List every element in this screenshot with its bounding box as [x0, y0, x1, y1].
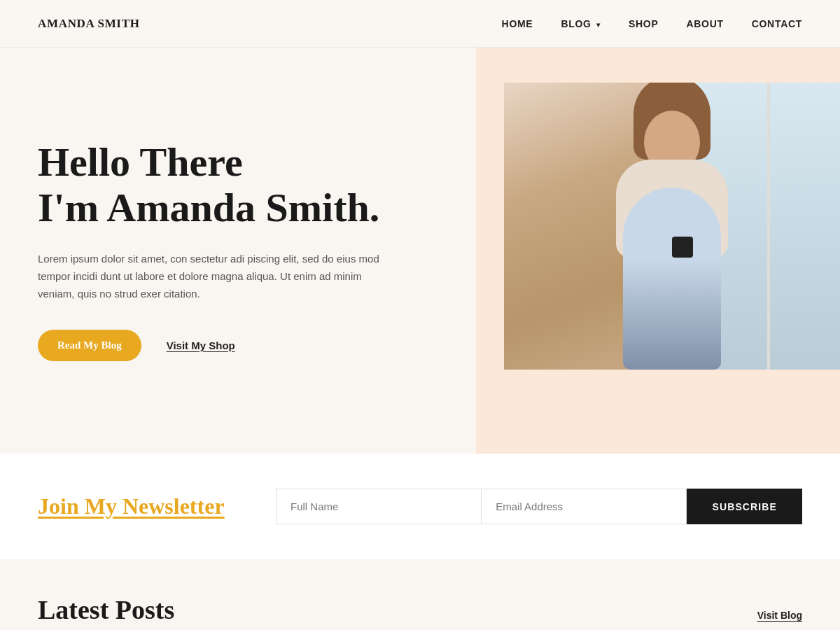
hero-buttons: Read My Blog Visit My Shop: [38, 330, 402, 361]
email-input[interactable]: [481, 489, 687, 524]
hero-heading: Hello There I'm Amanda Smith.: [38, 140, 402, 231]
visit-blog-link[interactable]: Visit Blog: [757, 610, 802, 621]
hero-text-block: Hello There I'm Amanda Smith. Lorem ipsu…: [38, 140, 402, 360]
nav-item-about[interactable]: ABOUT: [686, 18, 723, 30]
hero-portrait-container: [504, 83, 840, 370]
figure-mug: [672, 237, 693, 258]
nav-link-shop[interactable]: SHOP: [629, 18, 658, 29]
full-name-input[interactable]: [276, 489, 481, 524]
figure-body: [623, 188, 721, 370]
nav-link-contact[interactable]: CONTACT: [752, 18, 802, 29]
newsletter-section: Join My Newsletter SUBSCRIBE: [0, 454, 840, 559]
nav-link-about[interactable]: ABOUT: [686, 18, 723, 29]
portrait-bg: [504, 83, 840, 370]
newsletter-highlight: Newsletter: [122, 493, 225, 519]
nav-link-blog[interactable]: BLOG ▾: [561, 18, 601, 29]
latest-posts-title: Latest Posts: [38, 594, 174, 625]
newsletter-form: SUBSCRIBE: [276, 489, 802, 524]
hero-section: Hello There I'm Amanda Smith. Lorem ipsu…: [0, 48, 840, 454]
visit-shop-button[interactable]: Visit My Shop: [167, 340, 235, 351]
nav-item-home[interactable]: HOME: [502, 18, 533, 30]
navbar: AMANDA SMITH HOME BLOG ▾ SHOP ABOUT CONT…: [0, 0, 840, 48]
hero-image-area: [476, 48, 840, 454]
subscribe-button[interactable]: SUBSCRIBE: [687, 489, 802, 524]
nav-item-contact[interactable]: CONTACT: [752, 18, 802, 30]
latest-posts-section: Latest Posts Visit Blog 🍽️ ☕ 🥗: [0, 559, 840, 630]
site-logo[interactable]: AMANDA SMITH: [38, 17, 140, 31]
portrait-figure: [602, 125, 742, 370]
nav-item-blog[interactable]: BLOG ▾: [561, 18, 601, 30]
nav-link-home[interactable]: HOME: [502, 18, 533, 29]
nav-item-shop[interactable]: SHOP: [629, 18, 658, 30]
hero-body-text: Lorem ipsum dolor sit amet, con sectetur…: [38, 251, 381, 302]
latest-posts-header: Latest Posts Visit Blog: [38, 594, 802, 625]
read-blog-button[interactable]: Read My Blog: [38, 330, 141, 361]
nav-links: HOME BLOG ▾ SHOP ABOUT CONTACT: [502, 18, 802, 30]
chevron-down-icon: ▾: [596, 21, 601, 29]
newsletter-title: Join My Newsletter: [38, 493, 248, 519]
